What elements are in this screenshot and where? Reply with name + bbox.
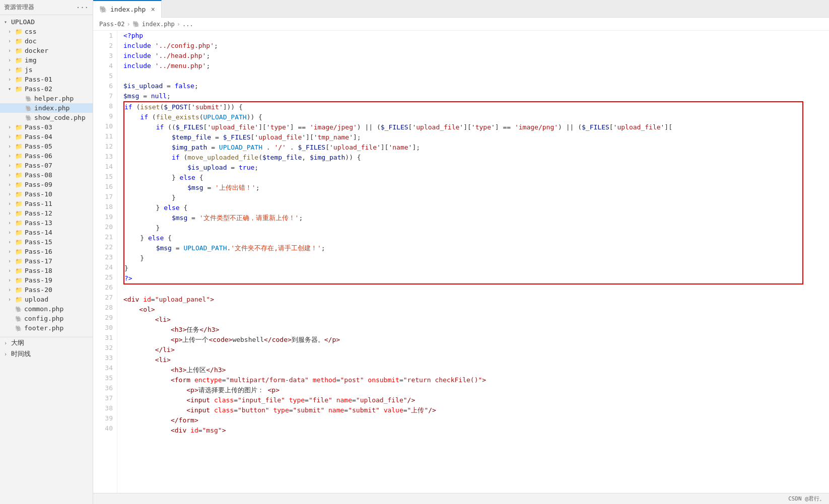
folder-icon bbox=[15, 56, 23, 64]
code-line-30: <h3>任务</h3> bbox=[123, 325, 829, 335]
sidebar-item-pass05[interactable]: ›Pass-05 bbox=[0, 141, 93, 151]
code-line-16: $msg = '上传出错！'; bbox=[124, 183, 802, 193]
code-line-27: <div id="upload_panel"> bbox=[123, 295, 829, 305]
code-line-25: ?> bbox=[124, 273, 802, 283]
code-line-1: <?php bbox=[123, 31, 829, 41]
arrow-icon: › bbox=[8, 201, 15, 206]
code-line-2: include '../config.php'; bbox=[123, 41, 829, 51]
sidebar-item-common[interactable]: common.php bbox=[0, 304, 93, 314]
breadcrumb-sep2: › bbox=[177, 21, 180, 28]
sidebar-item-pass17[interactable]: ›Pass-17 bbox=[0, 256, 93, 266]
bottom-bar: CSDN @君行。 bbox=[93, 493, 829, 504]
sidebar-menu-icon[interactable]: ··· bbox=[76, 4, 89, 12]
code-line-15: } else { bbox=[124, 173, 802, 183]
folder-icon bbox=[15, 209, 23, 217]
tab-close-button[interactable]: × bbox=[151, 5, 155, 13]
sidebar-item-pass20[interactable]: ›Pass-20 bbox=[0, 285, 93, 295]
arrow-icon: › bbox=[8, 124, 15, 130]
arrow-icon: › bbox=[8, 143, 15, 149]
sidebar-item-helper[interactable]: helper.php bbox=[0, 94, 93, 103]
folder-icon bbox=[15, 66, 23, 74]
breadcrumb-sep1: › bbox=[127, 21, 130, 28]
sidebar-item-pass09[interactable]: ›Pass-09 bbox=[0, 180, 93, 189]
sidebar-header: 资源管理器 ··· bbox=[0, 0, 93, 15]
sidebar-item-js[interactable]: › js bbox=[0, 65, 93, 75]
sidebar-item-pass13[interactable]: ›Pass-13 bbox=[0, 218, 93, 228]
code-line-28: <ol> bbox=[123, 305, 829, 315]
code-line-10: if (($_FILES['upload_file']['type'] == '… bbox=[124, 122, 802, 132]
code-line-14: $is_upload = true; bbox=[124, 163, 802, 173]
code-line-23: } bbox=[124, 253, 802, 263]
breadcrumb-pass02[interactable]: Pass-02 bbox=[99, 21, 125, 28]
folder-icon bbox=[15, 200, 23, 207]
folder-icon bbox=[15, 238, 23, 246]
sidebar-item-pass14[interactable]: ›Pass-14 bbox=[0, 228, 93, 237]
sidebar-item-pass15[interactable]: ›Pass-15 bbox=[0, 237, 93, 247]
arrow-icon: › bbox=[8, 182, 15, 187]
sidebar-item-docker[interactable]: › docker bbox=[0, 46, 93, 55]
sidebar-item-outline[interactable]: › 大纲 bbox=[0, 337, 93, 348]
arrow-icon: › bbox=[4, 351, 11, 357]
sidebar-item-showcode[interactable]: show_code.php bbox=[0, 113, 93, 122]
sidebar-item-pass07[interactable]: ›Pass-07 bbox=[0, 161, 93, 170]
folder-icon bbox=[15, 276, 23, 284]
sidebar-item-upload[interactable]: ›upload bbox=[0, 295, 93, 304]
code-line-38: <input class="button" type="submit" name… bbox=[123, 405, 829, 415]
php-file-icon: 🐘 bbox=[99, 6, 107, 13]
tab-label: index.php bbox=[110, 6, 146, 13]
code-line-21: } else { bbox=[124, 233, 802, 243]
arrow-icon: › bbox=[8, 239, 15, 245]
php-file-icon bbox=[25, 95, 32, 102]
sidebar-section-upload[interactable]: ▾ UPLOAD bbox=[0, 17, 93, 27]
code-line-31: <p>上传一个<code>webshell</code>到服务器。</p> bbox=[123, 335, 829, 345]
tab-index-php[interactable]: 🐘 index.php × bbox=[93, 0, 162, 18]
sidebar-item-pass12[interactable]: ›Pass-12 bbox=[0, 208, 93, 218]
sidebar-item-timeline[interactable]: › 时间线 bbox=[0, 348, 93, 359]
code-line-11: $temp_file = $_FILES['upload_file']['tmp… bbox=[124, 132, 802, 142]
code-line-8: if (isset($_POST['submit'])) { bbox=[124, 102, 802, 112]
sidebar-item-pass19[interactable]: ›Pass-19 bbox=[0, 275, 93, 285]
sidebar-item-pass03[interactable]: ›Pass-03 bbox=[0, 122, 93, 132]
sidebar-item-pass16[interactable]: ›Pass-16 bbox=[0, 247, 93, 256]
code-line-22: $msg = UPLOAD_PATH.'文件夹不存在,请手工创建！'; bbox=[124, 243, 802, 253]
editor-area[interactable]: 1 2 3 4 5 6 7 8 9 10 11 12 13 14 15 16 1… bbox=[93, 31, 829, 493]
sidebar-item-img[interactable]: › img bbox=[0, 55, 93, 65]
sidebar: 资源管理器 ··· ▾ UPLOAD › css › doc › docker … bbox=[0, 0, 93, 504]
php-file-icon bbox=[15, 324, 22, 332]
folder-icon bbox=[15, 257, 23, 265]
folder-icon bbox=[15, 219, 23, 227]
breadcrumb-indexphp[interactable]: index.php bbox=[142, 21, 175, 28]
folder-icon bbox=[15, 37, 23, 45]
arrow-icon: › bbox=[8, 230, 15, 235]
sidebar-item-pass18[interactable]: ›Pass-18 bbox=[0, 266, 93, 275]
sidebar-item-index[interactable]: index.php bbox=[0, 103, 93, 113]
sidebar-item-pass08[interactable]: ›Pass-08 bbox=[0, 170, 93, 180]
arrow-icon: › bbox=[4, 340, 11, 346]
folder-icon bbox=[15, 181, 23, 188]
code-line-7: $msg = null; bbox=[123, 91, 829, 101]
sidebar-item-config[interactable]: config.php bbox=[0, 314, 93, 323]
code-line-37: <input class="input_file" type="file" na… bbox=[123, 395, 829, 405]
arrow-icon: › bbox=[8, 67, 15, 73]
arrow-icon: › bbox=[8, 172, 15, 178]
sidebar-item-footer[interactable]: footer.php bbox=[0, 323, 93, 333]
tab-bar: 🐘 index.php × bbox=[93, 0, 829, 18]
arrow-icon: › bbox=[8, 57, 15, 63]
code-line-3: include '../head.php'; bbox=[123, 51, 829, 61]
php-file-icon bbox=[25, 114, 32, 121]
sidebar-item-css[interactable]: › css bbox=[0, 27, 93, 36]
code-line-20: } bbox=[124, 223, 802, 233]
sidebar-item-pass06[interactable]: ›Pass-06 bbox=[0, 151, 93, 161]
sidebar-item-pass02[interactable]: ▾ Pass-02 bbox=[0, 84, 93, 94]
arrow-icon: › bbox=[8, 277, 15, 283]
sidebar-item-doc[interactable]: › doc bbox=[0, 36, 93, 46]
folder-icon bbox=[15, 248, 23, 255]
sidebar-item-pass11[interactable]: ›Pass-11 bbox=[0, 199, 93, 208]
sidebar-item-pass01[interactable]: › Pass-01 bbox=[0, 75, 93, 84]
code-line-12: $img_path = UPLOAD_PATH . '/' . $_FILES[… bbox=[124, 142, 802, 153]
sidebar-item-pass10[interactable]: ›Pass-10 bbox=[0, 189, 93, 199]
code-line-40: <div id="msg"> bbox=[123, 425, 829, 436]
sidebar-item-pass04[interactable]: ›Pass-04 bbox=[0, 132, 93, 141]
code-line-32: </li> bbox=[123, 345, 829, 355]
folder-icon bbox=[15, 28, 23, 35]
